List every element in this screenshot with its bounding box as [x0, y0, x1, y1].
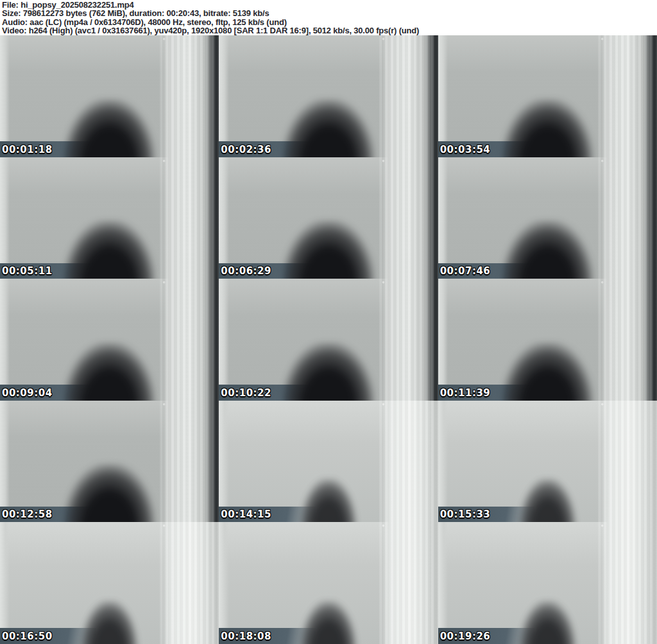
- curtain-right: [160, 35, 219, 157]
- curtain-left: [219, 157, 228, 279]
- media-info-header: File: hi_popsy_202508232251.mp4 Size: 79…: [0, 0, 657, 35]
- curtain-left: [0, 279, 10, 401]
- curtain-left: [0, 157, 10, 279]
- info-line-audio: Audio: aac (LC) (mp4a / 0x6134706D), 480…: [2, 18, 657, 26]
- info-line-video: Video: h264 (High) (avc1 / 0x31637661), …: [2, 26, 657, 35]
- video-thumbnail: 00:18:08: [219, 522, 438, 644]
- timestamp-overlay: 00:06:29: [221, 265, 271, 277]
- video-thumbnail: 00:10:22: [219, 279, 438, 401]
- video-thumbnail: 00:09:04: [0, 279, 219, 401]
- subject-silhouette: [64, 464, 155, 522]
- curtain-left: [0, 35, 10, 157]
- video-thumbnail: 00:11:39: [438, 279, 657, 401]
- timestamp-overlay: 00:05:11: [2, 265, 53, 277]
- curtain-right: [160, 401, 219, 523]
- info-line-file: File: hi_popsy_202508232251.mp4: [2, 1, 657, 9]
- curtain-right: [379, 279, 438, 401]
- curtain-left: [0, 522, 10, 644]
- curtain-right: [598, 401, 657, 523]
- timestamp-overlay: 00:07:46: [440, 265, 491, 277]
- timestamp-overlay: 00:03:54: [440, 144, 491, 155]
- curtain-left: [0, 401, 10, 523]
- curtain-right: [160, 279, 219, 401]
- video-thumbnail: 00:14:15: [219, 401, 438, 523]
- subject-silhouette: [282, 99, 374, 157]
- timestamp-overlay: 00:02:36: [221, 144, 271, 155]
- subject-silhouette: [64, 99, 155, 157]
- subject-silhouette: [300, 600, 357, 644]
- subject-silhouette: [64, 220, 155, 279]
- curtain-left: [219, 279, 228, 401]
- curtain-left: [438, 35, 448, 157]
- video-thumbnail: 00:05:11: [0, 157, 219, 279]
- curtain-right: [598, 35, 657, 157]
- video-thumbnail: 00:19:26: [438, 522, 657, 644]
- curtain-left: [438, 522, 448, 644]
- video-thumbnail: 00:07:46: [438, 157, 657, 279]
- timestamp-overlay: 00:12:58: [2, 509, 53, 520]
- timestamp-overlay: 00:11:39: [440, 387, 491, 399]
- timestamp-overlay: 00:16:50: [2, 631, 53, 642]
- video-thumbnail: 00:02:36: [219, 35, 438, 157]
- curtain-left: [219, 522, 228, 644]
- subject-silhouette: [519, 600, 576, 644]
- timestamp-overlay: 00:09:04: [2, 387, 53, 399]
- video-thumbnail: 00:03:54: [438, 35, 657, 157]
- curtain-left: [438, 157, 448, 279]
- subject-silhouette: [519, 478, 576, 522]
- curtain-right: [379, 35, 438, 157]
- subject-silhouette: [81, 600, 138, 644]
- video-thumbnail: 00:15:33: [438, 401, 657, 523]
- timestamp-overlay: 00:15:33: [440, 509, 491, 520]
- curtain-left: [219, 35, 228, 157]
- subject-silhouette: [502, 342, 593, 401]
- contact-sheet: 00:01:18 00:02:36 00:03:54 00:05:11 00:0…: [0, 35, 657, 644]
- video-thumbnail: 00:12:58: [0, 401, 219, 523]
- curtain-right: [598, 279, 657, 401]
- curtain-right: [598, 157, 657, 279]
- video-thumbnail: 00:01:18: [0, 35, 219, 157]
- curtain-right: [379, 401, 438, 523]
- video-thumbnail: 00:16:50: [0, 522, 219, 644]
- curtain-right: [160, 157, 219, 279]
- curtain-right: [379, 157, 438, 279]
- curtain-left: [438, 279, 448, 401]
- timestamp-overlay: 00:19:26: [440, 631, 491, 642]
- curtain-left: [438, 401, 448, 523]
- subject-silhouette: [502, 99, 593, 157]
- timestamp-overlay: 00:01:18: [2, 144, 53, 155]
- subject-silhouette: [64, 342, 155, 401]
- subject-silhouette: [282, 342, 374, 401]
- subject-silhouette: [300, 478, 357, 522]
- timestamp-overlay: 00:14:15: [221, 509, 271, 520]
- curtain-right: [598, 522, 657, 644]
- timestamp-overlay: 00:10:22: [221, 387, 271, 399]
- curtain-left: [219, 401, 228, 523]
- video-thumbnail: 00:06:29: [219, 157, 438, 279]
- subject-silhouette: [282, 220, 374, 279]
- curtain-right: [160, 522, 219, 644]
- curtain-right: [379, 522, 438, 644]
- subject-silhouette: [502, 220, 593, 279]
- info-line-size: Size: 798612273 bytes (762 MiB), duratio…: [2, 9, 657, 17]
- timestamp-overlay: 00:18:08: [221, 631, 271, 642]
